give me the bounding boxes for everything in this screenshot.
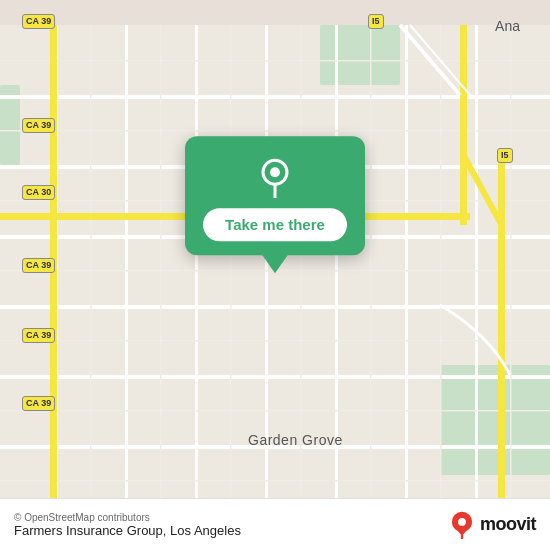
hwy-badge-i5-1: I5 bbox=[368, 14, 384, 29]
location-name-text: Farmers Insurance Group, Los Angeles bbox=[14, 523, 241, 538]
map-container: CA 39 CA 39 CA 30 CA 39 CA 39 CA 39 I5 I… bbox=[0, 0, 550, 550]
svg-rect-31 bbox=[50, 25, 57, 525]
hwy-badge-ca39-5: CA 39 bbox=[22, 396, 55, 411]
bottom-bar-info: © OpenStreetMap contributors Farmers Ins… bbox=[14, 512, 241, 538]
svg-rect-33 bbox=[498, 155, 505, 525]
svg-rect-2 bbox=[440, 365, 550, 475]
svg-rect-14 bbox=[335, 25, 338, 525]
svg-rect-28 bbox=[370, 25, 372, 525]
svg-rect-21 bbox=[0, 340, 550, 342]
svg-rect-4 bbox=[0, 95, 550, 99]
svg-rect-1 bbox=[320, 25, 400, 85]
svg-rect-13 bbox=[265, 25, 268, 525]
svg-rect-12 bbox=[195, 25, 198, 525]
svg-rect-32 bbox=[460, 25, 467, 225]
svg-rect-7 bbox=[0, 305, 550, 309]
svg-rect-11 bbox=[125, 25, 128, 525]
anaheim-label: Ana bbox=[495, 18, 520, 34]
garden-grove-label: Garden Grove bbox=[248, 432, 343, 448]
svg-rect-26 bbox=[230, 25, 232, 525]
hwy-badge-ca39-2: CA 39 bbox=[22, 118, 55, 133]
popup-card: Take me there bbox=[185, 136, 365, 255]
attribution-text: © OpenStreetMap contributors bbox=[14, 512, 241, 523]
moovit-pin-icon bbox=[448, 511, 476, 539]
svg-rect-29 bbox=[440, 25, 442, 525]
take-me-there-button[interactable]: Take me there bbox=[203, 208, 347, 241]
hwy-badge-ca39-1: CA 39 bbox=[22, 14, 55, 29]
svg-rect-15 bbox=[405, 25, 408, 525]
svg-rect-27 bbox=[300, 25, 302, 525]
hwy-badge-i5-2: I5 bbox=[497, 148, 513, 163]
svg-point-41 bbox=[458, 518, 466, 526]
moovit-brand-text: moovit bbox=[480, 514, 536, 535]
svg-rect-8 bbox=[0, 375, 550, 379]
svg-rect-18 bbox=[0, 130, 550, 132]
bottom-bar: © OpenStreetMap contributors Farmers Ins… bbox=[0, 498, 550, 550]
hwy-badge-ca39-3: CA 39 bbox=[22, 258, 55, 273]
hwy-badge-ca39-4: CA 39 bbox=[22, 328, 55, 343]
svg-rect-30 bbox=[510, 25, 512, 525]
svg-rect-22 bbox=[0, 410, 550, 412]
svg-rect-25 bbox=[160, 25, 162, 525]
svg-rect-17 bbox=[0, 60, 550, 62]
hwy-badge-ca30: CA 30 bbox=[22, 185, 55, 200]
location-pin-icon bbox=[253, 154, 297, 198]
svg-rect-24 bbox=[90, 25, 92, 525]
svg-point-39 bbox=[270, 167, 280, 177]
moovit-logo: moovit bbox=[448, 511, 536, 539]
svg-rect-23 bbox=[0, 480, 550, 482]
svg-rect-16 bbox=[475, 25, 478, 525]
